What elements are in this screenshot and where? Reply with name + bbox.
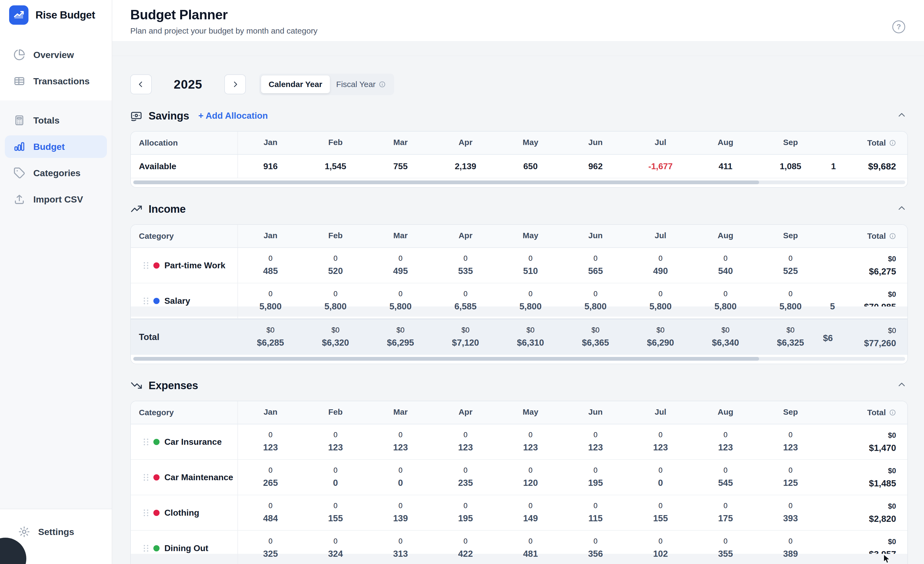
planned-value[interactable]: 0 [368, 464, 433, 477]
month-cell: 0545 [693, 460, 758, 495]
planned-value[interactable]: 0 [368, 252, 433, 264]
planned-value[interactable]: 0 [303, 464, 368, 477]
planned-value[interactable]: 0 [563, 535, 628, 548]
planned-value[interactable]: 0 [303, 429, 368, 441]
planned-value[interactable]: 0 [563, 429, 628, 441]
planned-value[interactable]: 0 [433, 429, 498, 441]
calendar-year-tab[interactable]: Calendar Year [261, 75, 330, 93]
drag-handle-icon[interactable] [144, 298, 148, 304]
trending-down-icon [130, 379, 142, 392]
app-root: Rise Budget Overview Transactions Totals [0, 0, 924, 564]
planned-value[interactable]: 0 [368, 535, 433, 548]
planned-value[interactable]: $0 [303, 324, 368, 336]
category-name: Clothing [164, 508, 199, 518]
sidebar-item-totals[interactable]: Totals [5, 109, 107, 132]
drag-handle-icon[interactable] [144, 510, 148, 516]
scrollbar-thumb[interactable] [134, 180, 759, 184]
planned-value[interactable]: 0 [693, 500, 758, 512]
planned-value[interactable]: 0 [433, 535, 498, 548]
planned-value[interactable]: 0 [303, 535, 368, 548]
add-allocation-button[interactable]: + Add Allocation [198, 111, 268, 121]
planned-value[interactable]: 0 [758, 535, 823, 548]
chevron-up-icon[interactable] [897, 111, 906, 121]
planned-value[interactable]: 0 [433, 500, 498, 512]
sidebar-item-transactions[interactable]: Transactions [5, 70, 107, 92]
planned-value[interactable]: $0 [758, 324, 823, 336]
drag-handle-icon[interactable] [144, 545, 148, 552]
planned-value[interactable]: 0 [433, 288, 498, 300]
sidebar-item-settings[interactable]: Settings [10, 520, 102, 543]
planned-value[interactable]: $0 [693, 324, 758, 336]
category-cell: Available [131, 155, 238, 178]
planned-value[interactable]: $0 [368, 324, 433, 336]
planned-value[interactable]: 0 [498, 429, 563, 441]
prev-year-button[interactable] [130, 74, 152, 94]
drag-handle-icon[interactable] [144, 474, 148, 481]
fiscal-year-tab[interactable]: Fiscal Year [330, 80, 392, 89]
sidebar-item-budget[interactable]: Budget [5, 135, 107, 158]
actual-value [830, 264, 848, 278]
planned-value[interactable]: 0 [303, 252, 368, 264]
scrollbar-thumb[interactable] [134, 357, 759, 361]
table-icon [14, 75, 25, 87]
planned-value[interactable]: 0 [693, 464, 758, 477]
month-cell: 0484 [238, 495, 303, 530]
sidebar-item-categories[interactable]: Categories [5, 162, 107, 184]
planned-value[interactable]: 0 [693, 535, 758, 548]
planned-value[interactable]: 0 [433, 252, 498, 264]
sidebar-item-overview[interactable]: Overview [5, 44, 107, 66]
category-color-dot [153, 510, 159, 516]
chevron-up-icon[interactable] [897, 204, 906, 214]
planned-value[interactable]: 0 [563, 252, 628, 264]
planned-value[interactable]: 0 [238, 288, 303, 300]
planned-value[interactable]: 0 [758, 288, 823, 300]
planned-value[interactable]: 0 [563, 500, 628, 512]
planned-value[interactable]: 0 [238, 500, 303, 512]
actual-value: 5,800 [758, 300, 823, 313]
planned-value[interactable]: 0 [498, 535, 563, 548]
planned-value[interactable]: 0 [368, 288, 433, 300]
planned-value[interactable]: 0 [433, 464, 498, 477]
planned-value[interactable]: 0 [303, 500, 368, 512]
drag-handle-icon[interactable] [144, 262, 148, 269]
planned-value[interactable]: 0 [758, 500, 823, 512]
planned-value[interactable]: 0 [238, 429, 303, 441]
planned-value[interactable]: 0 [563, 464, 628, 477]
planned-value[interactable]: 0 [628, 288, 693, 300]
planned-value[interactable]: 0 [498, 464, 563, 477]
planned-value[interactable]: 0 [238, 252, 303, 264]
planned-value[interactable]: 0 [498, 500, 563, 512]
planned-value[interactable]: $0 [498, 324, 563, 336]
planned-value[interactable]: $0 [563, 324, 628, 336]
planned-value[interactable]: 0 [628, 464, 693, 477]
help-icon[interactable]: ? [892, 20, 905, 33]
planned-value[interactable]: 0 [693, 429, 758, 441]
actual-total: $6,275 [869, 265, 896, 278]
planned-value[interactable]: 0 [693, 288, 758, 300]
planned-value[interactable]: 0 [628, 500, 693, 512]
drag-handle-icon[interactable] [144, 439, 148, 445]
planned-value[interactable]: 0 [238, 535, 303, 548]
planned-value[interactable]: 0 [628, 429, 693, 441]
planned-value[interactable]: 0 [628, 252, 693, 264]
planned-value[interactable]: 0 [628, 535, 693, 548]
planned-value[interactable]: 0 [238, 464, 303, 477]
planned-value[interactable]: 0 [498, 288, 563, 300]
planned-value[interactable]: $0 [238, 324, 303, 336]
planned-value[interactable]: 0 [368, 500, 433, 512]
planned-value[interactable]: 0 [758, 429, 823, 441]
chevron-up-icon[interactable] [897, 380, 906, 390]
planned-value[interactable]: 0 [563, 288, 628, 300]
planned-value[interactable]: 0 [303, 288, 368, 300]
planned-value[interactable]: 0 [498, 252, 563, 264]
month-cell: 0481 [498, 531, 563, 564]
planned-value[interactable]: 0 [758, 252, 823, 264]
planned-value[interactable]: 0 [693, 252, 758, 264]
sidebar-item-import-csv[interactable]: Import CSV [5, 188, 107, 210]
planned-value[interactable]: 0 [758, 464, 823, 477]
planned-value[interactable]: $0 [433, 324, 498, 336]
planned-value[interactable]: 0 [368, 429, 433, 441]
month-header: Aug [693, 401, 758, 424]
planned-value[interactable]: $0 [628, 324, 693, 336]
next-year-button[interactable] [224, 74, 246, 94]
